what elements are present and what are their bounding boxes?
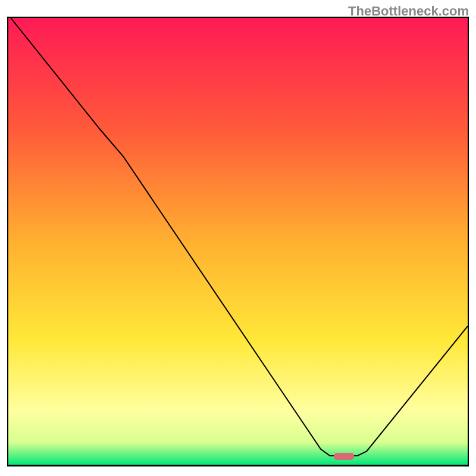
- chart-frame: [7, 17, 469, 466]
- watermark-text: TheBottleneck.com: [348, 4, 469, 19]
- chart-svg: [8, 18, 468, 465]
- optimal-marker: [333, 453, 354, 460]
- chart-background: [8, 18, 468, 465]
